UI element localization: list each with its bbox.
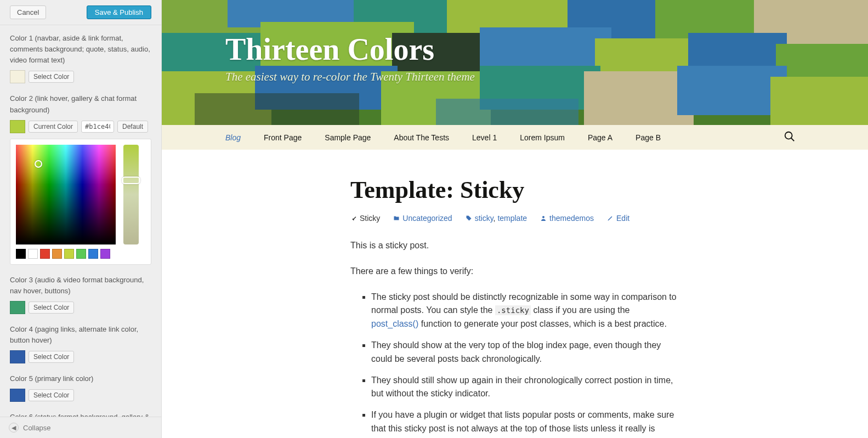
- color-3-label: Color 3 (audio & video format background…: [10, 275, 151, 297]
- post-list: The sticky post should be distinctly rec…: [350, 291, 679, 438]
- site-tagline: The easiest way to re-color the Twenty T…: [225, 70, 868, 84]
- folder-icon: [393, 215, 400, 221]
- color-5-swatch: [10, 389, 25, 402]
- color-1-label: Color 1 (navbar, aside & link format, co…: [10, 33, 151, 66]
- post-p1: This is a sticky post.: [350, 239, 679, 253]
- preset-green[interactable]: [76, 249, 86, 259]
- site-header: Thirteen Colors The easiest way to re-co…: [162, 0, 868, 125]
- preset-orange[interactable]: [52, 249, 62, 259]
- hue-slider[interactable]: [123, 145, 139, 244]
- list-item: They should show at the very top of the …: [371, 339, 679, 366]
- primary-navigation: Blog Front Page Sample Page About The Te…: [162, 125, 868, 150]
- color-2-current-button[interactable]: Current Color: [29, 121, 78, 133]
- color-4-select-button[interactable]: Select Color: [29, 351, 74, 363]
- preset-yellowgreen[interactable]: [64, 249, 74, 259]
- preset-blue[interactable]: [88, 249, 98, 259]
- post-body: This is a sticky post. There are a few t…: [350, 239, 679, 438]
- color-picker-panel: [10, 139, 151, 265]
- nav-level-1[interactable]: Level 1: [472, 133, 497, 142]
- code-sticky: .sticky: [495, 305, 531, 315]
- color-2-label: Color 2 (link hover, gallery & chat form…: [10, 93, 151, 115]
- meta-author[interactable]: themedemos: [540, 214, 594, 223]
- color-section-4: Color 4 (paging links, alternate link co…: [10, 324, 151, 363]
- nav-page-a[interactable]: Page A: [588, 133, 612, 142]
- svg-point-0: [785, 132, 792, 139]
- hue-slider-handle[interactable]: [122, 177, 140, 184]
- preset-red[interactable]: [40, 249, 50, 259]
- list-item: If you have a plugin or widget that list…: [371, 408, 679, 438]
- preset-purple[interactable]: [100, 249, 110, 259]
- pencil-icon: [607, 215, 614, 221]
- site-title[interactable]: Thirteen Colors: [225, 32, 868, 67]
- nav-page-b[interactable]: Page B: [636, 133, 661, 142]
- link-post-class[interactable]: post_class(): [371, 319, 418, 328]
- customizer-sidebar: Cancel Save & Publish Color 1 (navbar, a…: [0, 0, 162, 438]
- list-item: They should still show up again in their…: [371, 374, 679, 401]
- color-3-swatch: [10, 301, 25, 314]
- meta-edit[interactable]: Edit: [607, 214, 629, 223]
- color-5-select-button[interactable]: Select Color: [29, 389, 74, 401]
- nav-blog[interactable]: Blog: [225, 133, 241, 142]
- svg-line-1: [791, 138, 795, 141]
- sidebar-body[interactable]: Color 1 (navbar, aside & link format, co…: [0, 25, 161, 417]
- preview-pane[interactable]: Thirteen Colors The easiest way to re-co…: [162, 0, 868, 438]
- preset-black[interactable]: [16, 249, 26, 259]
- post-p2: There are a few things to verify:: [350, 265, 679, 278]
- nav-front-page[interactable]: Front Page: [264, 133, 302, 142]
- color-section-6: Color 6 (status format background, galle…: [10, 412, 151, 417]
- color-2-swatch: [10, 120, 25, 133]
- person-icon: [540, 215, 547, 221]
- nav-about-tests[interactable]: About The Tests: [394, 133, 449, 142]
- list-item: The sticky post should be distinctly rec…: [371, 291, 679, 331]
- svg-point-2: [542, 216, 544, 218]
- cancel-button[interactable]: Cancel: [10, 5, 46, 19]
- color-2-default-button[interactable]: Default: [117, 121, 148, 133]
- preset-colors-row: [16, 249, 145, 259]
- color-picker-area[interactable]: [16, 145, 116, 244]
- post-title[interactable]: Template: Sticky: [350, 176, 679, 204]
- pin-icon: [350, 215, 357, 221]
- post-meta: Sticky Uncategorized sticky, template th…: [350, 214, 679, 223]
- nav-lorem-ipsum[interactable]: Lorem Ipsum: [520, 133, 565, 142]
- save-publish-button[interactable]: Save & Publish: [87, 5, 151, 19]
- tag-icon: [466, 215, 472, 221]
- color-1-select-button[interactable]: Select Color: [29, 71, 74, 83]
- sidebar-header: Cancel Save & Publish: [0, 0, 161, 25]
- search-icon[interactable]: [784, 130, 796, 143]
- nav-sample-page[interactable]: Sample Page: [325, 133, 371, 142]
- collapse-toggle[interactable]: ◀ Collapse: [0, 417, 161, 438]
- color-4-swatch: [10, 350, 25, 363]
- meta-sticky: Sticky: [350, 214, 380, 223]
- preset-white[interactable]: [28, 249, 38, 259]
- collapse-icon: ◀: [9, 423, 19, 433]
- meta-category[interactable]: Uncategorized: [393, 214, 452, 223]
- color-2-hex-input[interactable]: [81, 121, 114, 133]
- color-6-label: Color 6 (status format background, galle…: [10, 412, 151, 417]
- color-section-2: Color 2 (link hover, gallery & chat form…: [10, 93, 151, 264]
- color-section-3: Color 3 (audio & video format background…: [10, 275, 151, 314]
- color-4-label: Color 4 (paging links, alternate link co…: [10, 324, 151, 346]
- meta-tags[interactable]: sticky, template: [466, 214, 527, 223]
- color-1-swatch: [10, 70, 25, 83]
- color-5-label: Color 5 (primary link color): [10, 373, 151, 384]
- collapse-label: Collapse: [23, 424, 51, 432]
- color-section-1: Color 1 (navbar, aside & link format, co…: [10, 33, 151, 83]
- color-3-select-button[interactable]: Select Color: [29, 302, 74, 314]
- color-picker-cursor[interactable]: [35, 160, 42, 168]
- color-section-5: Color 5 (primary link color) Select Colo…: [10, 373, 151, 402]
- post-content: Template: Sticky Sticky Uncategorized st…: [339, 176, 690, 438]
